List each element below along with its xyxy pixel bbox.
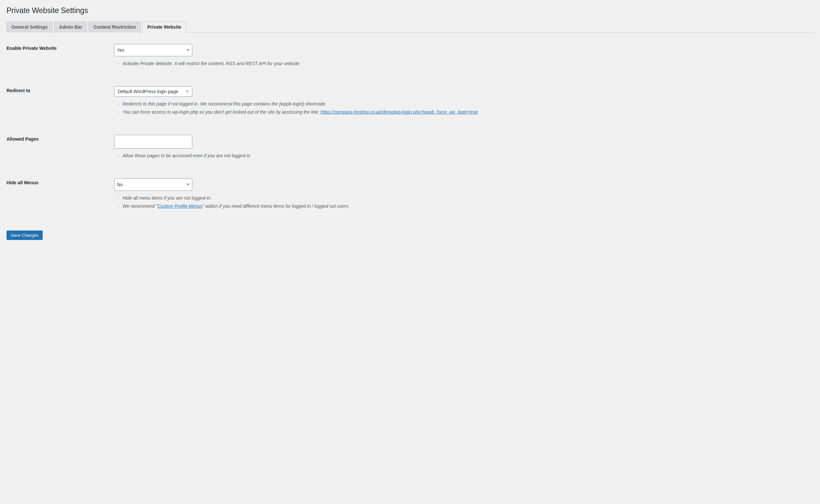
enable-private-website-select[interactable]: Yes xyxy=(114,44,192,56)
tab-content-restriction[interactable]: Content Restriction xyxy=(89,21,141,33)
allowed-pages-input[interactable] xyxy=(114,135,192,148)
redirect-to-label: Redirect to xyxy=(7,81,114,130)
tab-admin-bar[interactable]: Admin Bar xyxy=(54,21,87,33)
hide-all-menus-label: Hide all Menus xyxy=(7,174,114,224)
force-login-link[interactable]: https://compass-hosting.co.uk/demo/wp-lo… xyxy=(320,109,478,115)
tabs-nav: General Settings Admin Bar Content Restr… xyxy=(7,21,813,33)
tab-private-website[interactable]: Private Website xyxy=(142,21,186,33)
settings-form: Enable Private Website Yes Activate Priv… xyxy=(7,39,813,224)
hide-all-menus-description-2: We recommend "Custom Profile Menus" addo… xyxy=(117,203,810,210)
hide-all-menus-description-1: Hide all menu items if you are not logge… xyxy=(117,195,810,202)
redirect-to-description-1: Redirects to this page if not logged in.… xyxy=(117,101,810,107)
hide-all-menus-select[interactable]: No xyxy=(114,178,192,191)
save-button[interactable]: Save Changes xyxy=(7,231,43,240)
allowed-pages-description: Allow these pages to be accessed even if… xyxy=(117,152,810,159)
enable-private-website-label: Enable Private Website xyxy=(7,39,114,81)
allowed-pages-label: Allowed Pages xyxy=(7,130,114,174)
enable-private-website-description: Activate Private Website. It will restri… xyxy=(117,60,810,67)
tab-general-settings[interactable]: General Settings xyxy=(7,21,52,33)
redirect-to-description-2: You can force access to wp-login.php so … xyxy=(117,109,810,116)
custom-profile-menus-link[interactable]: Custom Profile Menus xyxy=(157,203,202,209)
redirect-to-select[interactable]: Default WordPress login page xyxy=(114,86,192,97)
page-title: Private Website Settings xyxy=(7,3,813,21)
